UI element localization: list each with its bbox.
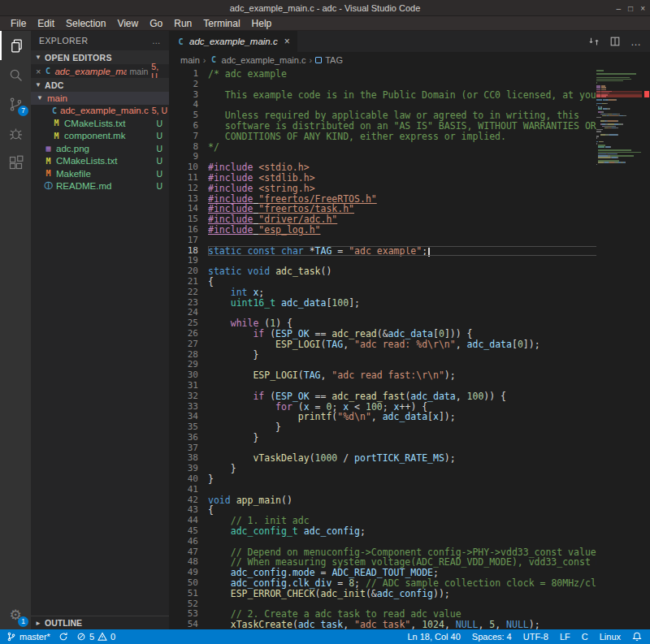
chevron-down-icon: ▼ [34, 54, 42, 61]
code-content[interactable]: /* adc example This example code is in t… [208, 69, 650, 629]
line-number: 11 [169, 173, 198, 184]
sidebar-explorer: EXPLORER … ▼ OPEN EDITORS × C adc_exampl… [31, 31, 169, 629]
error-ruler-mark [644, 96, 649, 97]
problems-status[interactable]: 5 0 [76, 632, 115, 642]
code-line[interactable]: CONDITIONS OF ANY KIND, either express o… [208, 132, 650, 142]
decoration-badge: U [156, 181, 162, 191]
code-editor[interactable]: 1234567891011121314151617181920212223242… [169, 67, 650, 629]
tree-item[interactable]: ⓘREADME.mdU [31, 180, 169, 193]
scm-badge: 7 [18, 106, 28, 116]
tab-close-icon[interactable]: × [284, 36, 290, 47]
sync-status[interactable] [58, 632, 68, 642]
code-line[interactable]: } [208, 350, 650, 361]
code-line[interactable]: vTaskDelay(1000 / portTICK_RATE_MS); [208, 453, 650, 464]
code-line[interactable]: } [208, 464, 650, 474]
chevron-right-icon: ► [34, 620, 42, 627]
line-number: 17 [169, 236, 198, 246]
outline-section-header[interactable]: ► OUTLINE [31, 616, 169, 629]
status-remote-os[interactable]: Linux [600, 632, 621, 642]
menu-file[interactable]: File [5, 16, 32, 31]
tree-item[interactable]: Cadc_example_main.c5, U [31, 105, 169, 118]
breadcrumb-item-tag[interactable]: TAG [325, 55, 343, 65]
breadcrumb-item-adc_example_main.c[interactable]: adc_example_main.c [222, 55, 306, 65]
activity-bar: 7 ⚙ 1 [0, 31, 31, 629]
menu-selection[interactable]: Selection [60, 16, 111, 31]
file-name: Makefile [56, 169, 91, 179]
bell-icon[interactable] [632, 632, 642, 642]
code-line[interactable]: This example code is in the Public Domai… [208, 90, 650, 101]
tree-item[interactable]: Mcomponent.mkU [31, 130, 169, 143]
decoration-badge: U [156, 119, 162, 128]
text-cursor [428, 248, 430, 257]
search-icon[interactable] [0, 60, 31, 89]
menu-run[interactable]: Run [168, 16, 197, 31]
close-icon[interactable]: × [640, 4, 645, 13]
code-line[interactable]: uint16_t adc_data[100]; [208, 298, 650, 309]
line-number: 32 [169, 391, 198, 402]
file-type-icon: ⓘ [44, 180, 53, 192]
code-line[interactable]: /* adc example [208, 69, 650, 80]
tree-item[interactable]: MCMakeLists.txtU [31, 117, 169, 130]
menu-help[interactable]: Help [246, 16, 278, 31]
maximize-icon[interactable]: □ [628, 4, 633, 13]
code-line[interactable]: ESP_LOGI(TAG, "adc read fast:\r\n"); [208, 370, 650, 381]
breadcrumb-separator: › [309, 55, 312, 65]
code-line[interactable]: } [208, 474, 650, 485]
code-line[interactable]: static const char *TAG = "adc example"; [208, 246, 650, 257]
file-name: adc_example_main.c [60, 106, 149, 115]
tree-item[interactable]: ▼main [31, 92, 169, 105]
code-line[interactable]: void app_main() [208, 495, 650, 506]
breadcrumb-item-main[interactable]: main [180, 55, 200, 65]
line-number: 25 [169, 318, 198, 329]
line-number: 40 [169, 474, 198, 485]
tree-item[interactable]: ▦adc.pngU [31, 142, 169, 155]
sidebar-more-actions-icon[interactable]: … [152, 36, 161, 45]
code-line[interactable]: { [208, 277, 650, 287]
tab-adc-example-main[interactable]: C adc_example_main.c × [169, 31, 297, 52]
code-line[interactable]: adc_config_t adc_config; [208, 526, 650, 537]
source-control-icon[interactable]: 7 [0, 89, 31, 119]
menu-go[interactable]: Go [144, 16, 168, 31]
extensions-icon[interactable] [0, 148, 31, 177]
status-eol[interactable]: LF [560, 632, 570, 642]
status-cursor-position[interactable]: Ln 18, Col 40 [407, 632, 460, 642]
status-language-mode[interactable]: C [582, 632, 588, 642]
code-line[interactable]: static void adc_task() [208, 266, 650, 277]
open-changes-icon[interactable] [588, 36, 600, 47]
line-number: 50 [169, 578, 198, 589]
open-editors-header[interactable]: ▼ OPEN EDITORS [31, 50, 169, 64]
tree-item[interactable]: MCMakeLists.txtU [31, 155, 169, 168]
c-file-icon: C [176, 37, 185, 46]
menu-terminal[interactable]: Terminal [197, 16, 245, 31]
close-icon[interactable]: × [36, 67, 41, 76]
menu-edit[interactable]: Edit [32, 16, 60, 31]
open-editor-item[interactable]: × C adc_example_main.c main 5, U [31, 64, 169, 78]
c-file-icon: C [52, 106, 57, 115]
git-branch-status[interactable]: master* [6, 632, 50, 642]
project-section-header[interactable]: ▼ ADC [31, 78, 169, 92]
manage-gear-icon[interactable]: ⚙ 1 [0, 600, 31, 629]
tree-item[interactable]: MMakefileU [31, 167, 169, 180]
more-actions-icon[interactable]: … [630, 36, 642, 48]
code-line[interactable]: #include "esp_log.h" [208, 225, 650, 236]
chevron-down-icon: ▼ [36, 94, 44, 102]
debug-icon[interactable] [0, 119, 31, 148]
code-line[interactable]: ESP_ERROR_CHECK(adc_init(&adc_config)); [208, 589, 650, 599]
code-line[interactable]: ESP_LOGI(TAG, "adc read: %d\r\n", adc_da… [208, 339, 650, 350]
split-editor-icon[interactable] [609, 36, 621, 47]
line-number: 51 [169, 589, 198, 599]
code-line[interactable]: xTaskCreate(adc_task, "adc_task", 1024, … [208, 620, 650, 629]
minimap[interactable] [596, 67, 644, 629]
explorer-icon[interactable] [0, 31, 31, 60]
menu-view[interactable]: View [111, 16, 144, 31]
code-line[interactable]: */ [208, 142, 650, 153]
c-file-icon: C [44, 67, 51, 76]
code-line[interactable]: } [208, 433, 650, 443]
file-name: README.md [56, 181, 111, 191]
status-bar-right: Ln 18, Col 40Spaces: 4UTF-8LFCLinux [407, 632, 642, 642]
status-indentation[interactable]: Spaces: 4 [472, 632, 512, 642]
code-line[interactable]: } [208, 422, 650, 433]
file-name: component.mk [64, 131, 125, 140]
status-encoding[interactable]: UTF-8 [523, 632, 548, 642]
minimize-icon[interactable]: – [617, 4, 622, 13]
